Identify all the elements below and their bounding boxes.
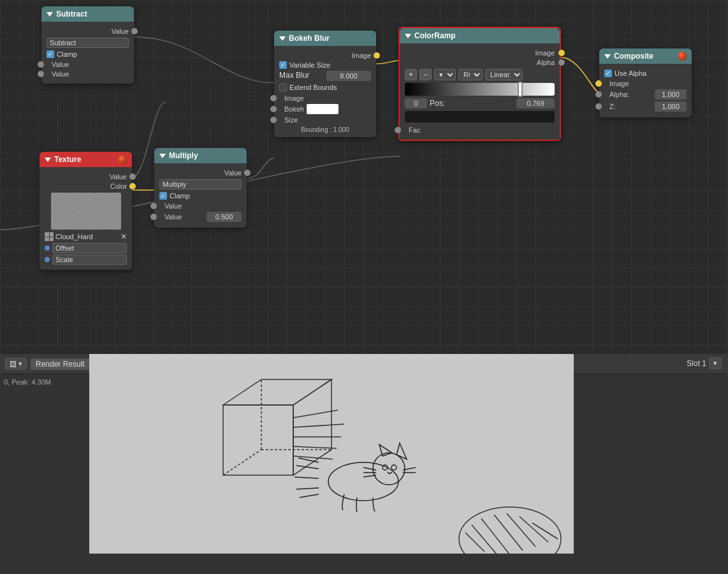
render-preview [89, 354, 574, 554]
subtract-type-select[interactable]: Subtract [47, 38, 129, 48]
slot-arrow: ▾ [713, 359, 717, 367]
bokeh-variablesize-checkbox[interactable]: ✓ [279, 61, 287, 69]
texture-offset-socket [45, 246, 50, 251]
texture-scale-row: Scale [45, 254, 127, 265]
colorramp-interp-select[interactable]: Linear [485, 69, 523, 80]
composite-z-input: Z: [604, 101, 687, 112]
texture-preview [51, 193, 121, 230]
colorramp-colormode-select[interactable]: RGB [458, 69, 483, 80]
colorramp-add-stop[interactable]: + [405, 69, 417, 80]
colorramp-node: ColorRamp Image Alpha + − ▾ RGB [398, 27, 561, 141]
composite-node: Composite ✓ Use Alpha Image Alpha: Z: [599, 48, 692, 117]
texture-collapse-arrow[interactable] [45, 158, 51, 162]
slot-dropdown-button[interactable]: ▾ [709, 357, 722, 369]
colorramp-controls-bar: + − ▾ RGB Linear [405, 69, 555, 80]
sketch-svg [89, 354, 574, 554]
svg-line-30 [481, 519, 510, 554]
texture-type-icon [45, 232, 54, 241]
colorramp-collapse-arrow[interactable] [405, 34, 411, 38]
multiply-clamp-row: ✓ Clamp [159, 192, 242, 200]
multiply-type-select[interactable]: Multiply [159, 179, 242, 189]
composite-z-input-field[interactable] [655, 101, 687, 112]
colorramp-position-input[interactable] [516, 98, 555, 108]
image-icon: 🖼 [10, 360, 17, 368]
colorramp-gradient-display [405, 83, 555, 96]
image-dropdown-arrow[interactable]: ▾ [18, 360, 22, 368]
svg-point-16 [391, 465, 397, 470]
subtract-output-value: Value [47, 27, 129, 35]
svg-line-33 [520, 517, 548, 542]
subtract-node-header[interactable]: Subtract [41, 6, 134, 22]
slot-selector: Slot 1 ▾ [687, 357, 722, 369]
image-type-button[interactable]: 🖼 ▾ [5, 358, 27, 370]
colorramp-image-socket [558, 50, 565, 56]
colorramp-gradient-bar[interactable] [405, 83, 555, 96]
bokeh-bounding-value: Bounding : 1.000 [279, 126, 371, 133]
svg-line-7 [293, 424, 344, 427]
bokeh-maxblur-row: Max Blur [279, 71, 371, 80]
node-editor: Subtract Value Subtract ✓ Clamp Value [0, 0, 728, 354]
bokeh-image-input: Image [279, 94, 371, 102]
multiply-value-input-socket [150, 203, 157, 209]
subtract-value2-row: Value [47, 70, 129, 78]
texture-value-output: Value [45, 173, 127, 180]
bokeh-image-input-socket [270, 95, 277, 101]
multiply-clamp-checkbox[interactable]: ✓ [159, 192, 167, 200]
texture-offset-row: Offset [45, 243, 127, 253]
multiply-header[interactable]: Multiply [154, 148, 247, 163]
bokeh-collapse-arrow[interactable] [279, 36, 286, 41]
subtract-clamp-checkbox[interactable]: ✓ [47, 50, 54, 58]
texture-color-output: Color [45, 182, 127, 190]
composite-image-input: Image [604, 80, 687, 87]
svg-marker-1 [223, 379, 331, 405]
svg-line-10 [293, 456, 333, 459]
texture-offset-select[interactable]: Offset [52, 243, 127, 253]
texture-delete-button[interactable]: ✕ [120, 232, 127, 241]
composite-usealpha-checkbox[interactable]: ✓ [604, 70, 612, 77]
composite-alpha-input-field[interactable] [655, 89, 687, 99]
colorramp-remove-stop[interactable]: − [419, 69, 432, 80]
bokeh-blur-header[interactable]: Bokeh Blur [274, 31, 376, 46]
colorramp-alpha-output: Alpha [405, 59, 555, 66]
svg-point-27 [459, 507, 561, 554]
colorramp-stop-handle[interactable] [518, 82, 523, 97]
colorramp-result-bar [405, 111, 555, 122]
svg-line-25 [300, 494, 319, 497]
svg-line-3 [223, 450, 261, 475]
bokeh-extendbounds-checkbox[interactable] [279, 84, 287, 91]
svg-marker-14 [397, 443, 407, 459]
texture-scale-select[interactable]: Scale [52, 254, 127, 265]
multiply-node: Multiply Value Multiply ✓ Clamp Value [154, 148, 247, 228]
composite-collapse-arrow[interactable] [604, 54, 611, 59]
bokeh-color-preview [307, 104, 339, 114]
subtract-clamp-row: ✓ Clamp [47, 50, 129, 58]
texture-name-row: Cloud_Hard ✕ [45, 232, 127, 241]
bokeh-size-input: Size [279, 116, 371, 124]
slot-label: Slot 1 [687, 359, 706, 368]
bokeh-maxblur-input[interactable] [326, 71, 371, 81]
svg-marker-0 [223, 405, 293, 475]
texture-header[interactable]: Texture [40, 152, 132, 167]
multiply-amount-input: Value [159, 212, 242, 222]
composite-image-socket [595, 80, 602, 87]
composite-z-socket [595, 103, 602, 110]
multiply-output-socket [244, 170, 251, 176]
composite-header[interactable]: Composite [599, 48, 692, 64]
svg-line-28 [465, 533, 484, 552]
colorramp-position-row: Pos: [405, 98, 555, 108]
texture-value-socket [129, 173, 136, 180]
subtract-collapse-arrow[interactable] [47, 12, 53, 17]
bokeh-bokeh-socket [270, 106, 277, 112]
colorramp-stop-index[interactable] [405, 98, 427, 108]
subtract-value2-socket [38, 71, 44, 77]
colorramp-header[interactable]: ColorRamp [400, 28, 560, 43]
subtract-title: Subtract [56, 10, 87, 18]
svg-line-23 [295, 477, 319, 478]
multiply-collapse-arrow[interactable] [159, 154, 166, 158]
svg-line-17 [363, 467, 376, 470]
multiply-value-field[interactable] [207, 212, 242, 222]
colorramp-interp-dropdown1[interactable]: ▾ [434, 69, 456, 80]
colorramp-alpha-socket [558, 59, 565, 66]
multiply-value-output: Value [159, 169, 242, 177]
bokeh-variablesize-row: ✓ Variable Size [279, 61, 371, 69]
